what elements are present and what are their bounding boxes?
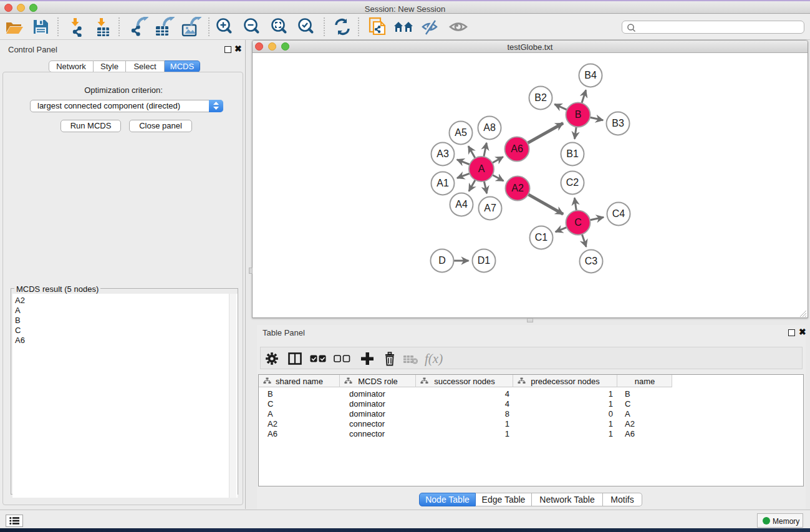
svg-text:B2: B2: [534, 92, 547, 103]
svg-text:C2: C2: [566, 177, 579, 188]
svg-text:C4: C4: [612, 208, 625, 219]
svg-text:B4: B4: [584, 70, 597, 80]
svg-text:A4: A4: [455, 199, 468, 210]
svg-text:C3: C3: [585, 256, 598, 266]
svg-text:B1: B1: [566, 148, 579, 159]
svg-text:B: B: [575, 109, 582, 120]
svg-text:A1: A1: [436, 178, 449, 188]
svg-text:D1: D1: [478, 255, 491, 266]
svg-text:A: A: [478, 163, 485, 174]
svg-text:C1: C1: [535, 232, 548, 243]
svg-text:A7: A7: [484, 203, 496, 213]
svg-text:A6: A6: [511, 143, 523, 154]
svg-text:B3: B3: [612, 118, 624, 128]
svg-text:A2: A2: [511, 183, 524, 193]
svg-text:D: D: [438, 255, 446, 266]
svg-text:A8: A8: [483, 122, 496, 133]
svg-text:C: C: [574, 217, 582, 228]
svg-text:A5: A5: [455, 127, 467, 138]
svg-text:A3: A3: [436, 148, 449, 159]
